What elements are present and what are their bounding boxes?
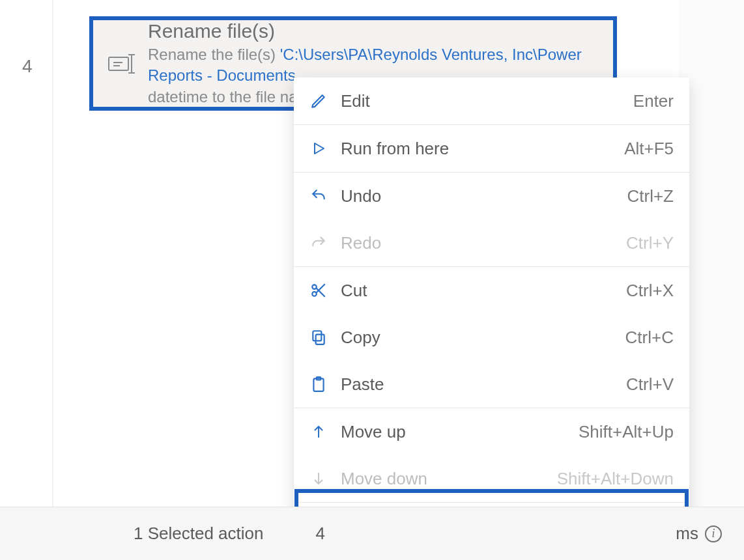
menu-label: Paste <box>341 374 626 395</box>
svg-rect-0 <box>109 57 128 70</box>
menu-shortcut: Alt+F5 <box>624 139 674 159</box>
menu-shortcut: Enter <box>633 91 674 111</box>
menu-item-paste[interactable]: Paste Ctrl+V <box>294 361 689 408</box>
rename-file-icon <box>100 53 145 74</box>
menu-shortcut: Ctrl+Y <box>626 233 674 253</box>
step-number: 4 <box>22 56 33 77</box>
flow-designer-canvas: 4 Rename file(s) Rename the file(s) 'C:\… <box>0 0 744 560</box>
redo-icon <box>308 234 329 251</box>
svg-rect-11 <box>313 331 321 341</box>
menu-label: Undo <box>341 186 627 206</box>
menu-label: Edit <box>341 91 633 111</box>
play-icon <box>308 141 329 156</box>
menu-item-move-down[interactable]: Move down Shift+Alt+Down <box>294 455 689 502</box>
menu-item-move-up[interactable]: Move up Shift+Alt+Up <box>294 408 689 455</box>
menu-item-run-from-here[interactable]: Run from here Alt+F5 <box>294 125 689 172</box>
status-ms-label: ms <box>676 524 698 544</box>
menu-label: Run from here <box>341 139 624 159</box>
menu-shortcut: Shift+Alt+Up <box>579 422 674 442</box>
menu-shortcut: Ctrl+Z <box>627 186 674 206</box>
menu-label: Move up <box>341 422 579 442</box>
menu-shortcut: Ctrl+C <box>625 328 674 348</box>
action-desc-line3: datetime to the file na <box>148 88 297 105</box>
scissors-icon <box>308 282 329 299</box>
flow-step-rule <box>52 0 53 508</box>
menu-item-copy[interactable]: Copy Ctrl+C <box>294 314 689 361</box>
menu-item-cut[interactable]: Cut Ctrl+X <box>294 267 689 314</box>
clipboard-icon <box>308 376 329 393</box>
menu-item-undo[interactable]: Undo Ctrl+Z <box>294 173 689 219</box>
menu-shortcut: Shift+Alt+Down <box>557 469 674 489</box>
action-card-title: Rename file(s) <box>148 20 600 43</box>
arrow-up-icon <box>308 423 329 440</box>
context-menu: Edit Enter Run from here Alt+F5 Undo Ctr… <box>294 77 689 548</box>
menu-label: Copy <box>341 328 625 348</box>
menu-item-redo[interactable]: Redo Ctrl+Y <box>294 219 689 266</box>
action-desc-prefix: Rename the file(s) <box>148 46 280 63</box>
menu-shortcut: Ctrl+X <box>626 281 674 301</box>
menu-label: Cut <box>341 281 626 301</box>
arrow-down-icon <box>308 470 329 487</box>
menu-label: Redo <box>341 233 626 253</box>
info-icon[interactable]: i <box>705 525 722 542</box>
pencil-icon <box>308 92 329 109</box>
svg-rect-10 <box>316 335 324 344</box>
menu-shortcut: Ctrl+V <box>626 374 674 395</box>
status-selected-actions: 1 Selected action <box>134 524 263 544</box>
undo-icon <box>308 188 329 204</box>
menu-label: Move down <box>341 469 557 489</box>
copy-icon <box>308 329 329 346</box>
menu-item-edit[interactable]: Edit Enter <box>294 77 689 124</box>
status-bar: 1 Selected action 4 ms i <box>0 507 744 560</box>
